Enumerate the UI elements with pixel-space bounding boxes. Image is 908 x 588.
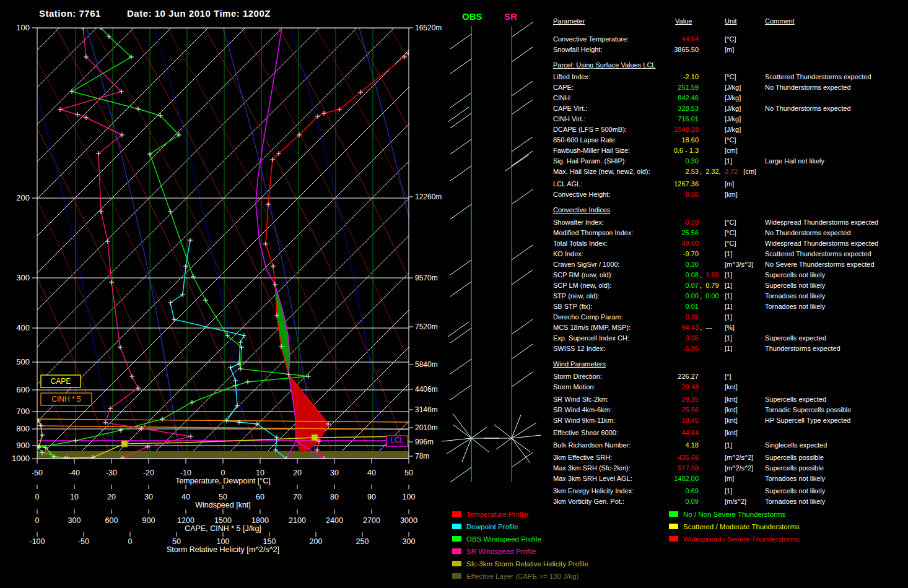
svg-text:50: 50 <box>404 469 413 477</box>
param-value: 435.68 <box>634 454 699 461</box>
param-unit: [1] <box>725 487 732 495</box>
svg-text:-50: -50 <box>32 469 43 477</box>
param-value: 0.01 <box>634 303 699 310</box>
cape-area-fill <box>275 285 290 374</box>
legend-item: Sfc-3km Storm Relative Helicity Profile <box>452 560 588 572</box>
param-label: Modified Thompson Index: <box>553 229 633 236</box>
param-label: Sig. Hail Param. (SHIP): <box>553 157 627 165</box>
param-value: 0.85 <box>634 313 699 321</box>
svg-text:900: 900 <box>16 441 30 450</box>
svg-text:400: 400 <box>16 323 30 332</box>
param-value: 2.53 <box>634 168 699 175</box>
param-value: 8.36 <box>634 191 699 198</box>
param-unit: [m^3/s^3] <box>725 261 753 268</box>
param-label: STP (new, old): <box>553 292 600 300</box>
legend-item: Effective Layer (CAPE >= 100 J/kg) <box>452 572 588 584</box>
svg-text:2100: 2100 <box>289 516 306 525</box>
svg-text:-100: -100 <box>29 537 45 546</box>
svg-text:1800: 1800 <box>251 516 269 525</box>
legend-item: Dewpoint Profile <box>452 522 588 535</box>
legend-swatch <box>669 536 678 542</box>
param-comment: Supercells possible <box>765 454 824 461</box>
obs-wind-column-label: OBS <box>462 11 482 22</box>
section-header: Convective Indices <box>553 206 610 214</box>
param-unit: [1] <box>725 303 732 310</box>
param-unit: [m] <box>725 180 734 188</box>
param-value: 25.56 <box>634 406 699 413</box>
param-value: 251.59 <box>634 84 699 91</box>
param-value: 3865.50 <box>634 46 699 53</box>
param-label: SWISS 12 Index: <box>553 345 605 352</box>
param-unit: [°C] <box>725 73 736 80</box>
param-unit: [1] <box>725 334 732 342</box>
legend-label: OBS Windspeed Profile <box>466 535 541 543</box>
param-label: CINH: <box>553 94 572 102</box>
svg-text:9570m: 9570m <box>415 274 438 282</box>
svg-text:0: 0 <box>35 516 40 525</box>
svg-text:4406m: 4406m <box>415 385 438 394</box>
param-label: CINH Virt.: <box>553 115 585 123</box>
svg-text:2400: 2400 <box>326 516 343 525</box>
param-comment: No Thunderstorms expected <box>765 84 851 91</box>
param-comment: Widespread Thunderstorms expected <box>765 218 878 226</box>
svg-text:78m: 78m <box>415 452 429 460</box>
param-value: 18.60 <box>634 136 699 144</box>
param-value: -5.95 <box>634 345 699 352</box>
param-label: Exp. Supercell Index CH: <box>553 334 629 342</box>
param-label: MCS 18m/s (MMP, MSP): <box>553 324 631 331</box>
profile-legend: Temperature ProfileDewpoint ProfileOBS W… <box>452 510 588 584</box>
svg-text:20: 20 <box>293 469 302 477</box>
param-label: Storm Direction: <box>553 373 602 380</box>
param-unit: [knt] <box>725 429 738 436</box>
svg-text:16520m: 16520m <box>415 24 442 32</box>
svg-text:90: 90 <box>367 493 376 501</box>
param-comment: No Severe Thunderstorms expected <box>765 261 875 268</box>
param-unit: [cm] <box>725 147 738 154</box>
svg-text:CINH * 5: CINH * 5 <box>51 395 81 404</box>
parameter-table: Parameter Value Unit Comment Convective … <box>553 0 908 508</box>
param-label: Storm Motion: <box>553 383 595 391</box>
param-unit: [m^2/s^2] <box>725 464 753 472</box>
svg-text:30: 30 <box>330 469 339 477</box>
svg-text:200: 200 <box>310 537 323 546</box>
sr-wind-column-label: SR <box>504 11 517 22</box>
legend-swatch <box>452 536 461 542</box>
param-unit: [knt] <box>725 417 738 424</box>
station-label: Station: 7761 <box>39 8 101 19</box>
svg-text:1200: 1200 <box>177 516 194 525</box>
svg-text:80: 80 <box>330 493 339 501</box>
param-label: SB STP (fix): <box>553 303 592 310</box>
legend-label: No / Non Severe Thunderstorms <box>683 511 785 518</box>
param-label: Max 3km SRH (Sfc-2km): <box>553 464 631 472</box>
param-comment: Large Hail not likely <box>765 157 824 165</box>
param-value: 29.48 <box>634 383 699 391</box>
param-unit: [m^2/s^2] <box>725 454 753 461</box>
svg-text:3000: 3000 <box>400 516 417 525</box>
param-unit: [J/kg] <box>725 84 741 91</box>
svg-text:0: 0 <box>35 493 40 501</box>
svg-text:996m: 996m <box>415 438 434 446</box>
sounding-app-window: CAPECINH * 5LCL10016520m20012260m3009570… <box>0 0 908 588</box>
svg-text:100: 100 <box>16 23 30 32</box>
param-value: 517.59 <box>634 464 699 472</box>
param-comment: Tornadoes not likely <box>765 475 825 482</box>
param-unit: [knt] <box>725 406 738 413</box>
param-unit: [km] <box>725 191 738 198</box>
param-label: SR Wind 9km-11km: <box>553 417 615 424</box>
severity-legend: No / Non Severe ThunderstormsScattered /… <box>669 510 800 547</box>
param-label: LCL AGL: <box>553 180 582 188</box>
param-label: Fawbush-Miller Hail Size: <box>553 147 630 154</box>
param-extra-values: , 1.65 <box>700 271 719 279</box>
legend-swatch <box>669 511 678 517</box>
legend-swatch <box>452 548 461 554</box>
param-label: Bulk Richardson Number: <box>553 441 631 449</box>
svg-text:CAPE: CAPE <box>51 377 71 386</box>
svg-text:800: 800 <box>16 424 30 433</box>
param-unit: [1] <box>725 313 732 321</box>
svg-text:100: 100 <box>403 493 416 501</box>
column-header-comment: Comment <box>765 17 795 25</box>
param-extra-values: , 0.79 <box>700 282 719 289</box>
svg-text:0: 0 <box>128 537 133 546</box>
svg-text:-10: -10 <box>180 469 191 477</box>
svg-text:2700: 2700 <box>363 516 380 525</box>
